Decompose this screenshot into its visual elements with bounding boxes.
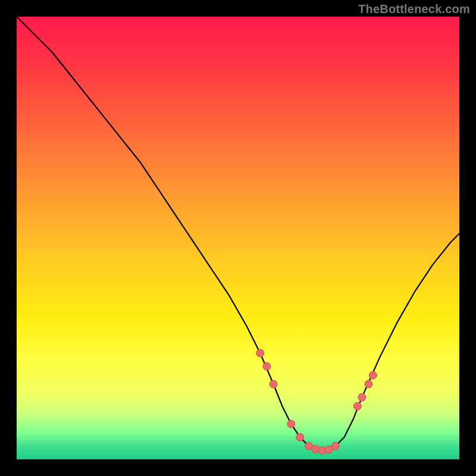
bottleneck-curve bbox=[17, 17, 459, 450]
marker-point bbox=[270, 380, 277, 388]
marker-point bbox=[331, 442, 339, 450]
marker-point bbox=[296, 433, 304, 441]
marker-point bbox=[256, 349, 264, 357]
watermark-text: TheBottleneck.com bbox=[358, 2, 470, 16]
plot-area bbox=[17, 17, 459, 459]
highlight-markers bbox=[256, 349, 377, 455]
marker-point bbox=[263, 362, 271, 370]
marker-point bbox=[365, 380, 372, 388]
curve-svg bbox=[17, 17, 459, 459]
marker-point bbox=[287, 420, 295, 428]
marker-point bbox=[369, 371, 377, 379]
marker-point bbox=[358, 393, 366, 401]
chart-frame: TheBottleneck.com bbox=[0, 0, 476, 476]
marker-point bbox=[353, 402, 361, 410]
